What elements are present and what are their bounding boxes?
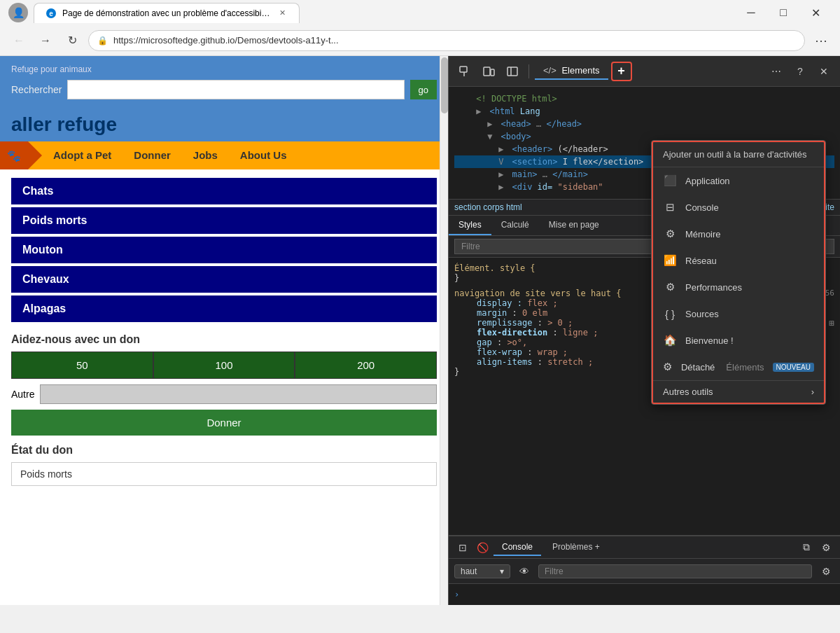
window-controls: ─ □ ✕ xyxy=(735,1,832,24)
nav-item-adopt[interactable]: Adopt a Pet xyxy=(42,141,122,169)
console-icon: ⊟ xyxy=(663,200,677,214)
list-item-chevaux[interactable]: Chevaux xyxy=(11,266,437,293)
more-options-button[interactable]: ⋯ xyxy=(766,62,787,81)
close-devtools-button[interactable]: ✕ xyxy=(813,62,834,81)
tree-line-doctype[interactable]: <! DOCTYPE html> xyxy=(454,92,834,105)
maximize-button[interactable]: □ xyxy=(767,1,799,24)
breadcrumb-section[interactable]: section corps html xyxy=(454,202,522,212)
tools-dropdown[interactable]: Ajouter un outil à la barre d'activités … xyxy=(651,140,826,405)
tool-network[interactable]: 📶 Réseau xyxy=(653,247,824,274)
list-item-mouton[interactable]: Mouton xyxy=(11,237,437,263)
tab-layout[interactable]: Mise en page xyxy=(539,216,609,235)
site-branding: Refuge pour animaux xyxy=(11,64,437,74)
list-item-chats[interactable]: Chats xyxy=(11,178,437,204)
tool-memory-label: Mémoire xyxy=(685,229,721,239)
dropdown-footer[interactable]: Autres outils › xyxy=(653,380,824,403)
search-input[interactable] xyxy=(67,80,404,99)
level-filter[interactable]: haut ▾ xyxy=(454,564,510,578)
undock-button[interactable]: ⧉ xyxy=(798,539,815,556)
scrollbar-thumb[interactable] xyxy=(441,57,448,113)
elements-tab[interactable]: </> Elements xyxy=(535,62,608,80)
list-item-alpagas[interactable]: Alpagas xyxy=(11,295,437,322)
detach-icon: ⚙ xyxy=(663,360,673,374)
refresh-button[interactable]: ↻ xyxy=(62,30,83,51)
bottom-tabs: ⊡ 🚫 Console Problèmes + ⧉ ⚙ xyxy=(449,536,840,559)
inspect-element-button[interactable] xyxy=(454,62,475,81)
donation-50[interactable]: 50 xyxy=(11,352,153,379)
tab-computed[interactable]: Calculé xyxy=(491,216,539,235)
gear-icon[interactable]: ⚙ xyxy=(818,563,834,580)
devtools-panel: </> Elements + ⋯ ? ✕ <! DOCTYPE html> ▶ … xyxy=(448,56,840,605)
tool-application[interactable]: ⬛ Application xyxy=(653,167,824,194)
tree-line-head[interactable]: ▶ <head> … </head> xyxy=(454,118,834,130)
website-panel: Refuge pour animaux Rechercher go aller … xyxy=(0,56,448,605)
sidebar-button[interactable] xyxy=(502,62,523,81)
welcome-icon: 🏠 xyxy=(663,333,677,347)
console-input-area: › xyxy=(449,584,840,605)
donation-other-input[interactable] xyxy=(40,384,437,404)
tool-sources[interactable]: { } Sources xyxy=(653,300,824,327)
device-emulation-button[interactable] xyxy=(478,62,499,81)
tool-perf-label: Performances xyxy=(685,282,742,293)
tree-line-html[interactable]: ▶ <html Lang xyxy=(454,105,834,118)
svg-rect-2 xyxy=(460,67,467,72)
site-nav: 🐾 Adopt a Pet Donner Jobs About Us xyxy=(0,141,448,169)
tab-close-button[interactable]: ✕ xyxy=(276,8,288,19)
tab-console[interactable]: Console xyxy=(493,539,541,556)
browser-tab[interactable]: e Page de démonstration avec un problème… xyxy=(34,3,300,23)
clear-console-button[interactable]: 🚫 xyxy=(474,539,491,556)
performance-icon: ⚙ xyxy=(663,280,677,294)
scrollbar[interactable] xyxy=(440,56,448,605)
new-badge: NOUVEAU xyxy=(773,363,814,372)
browser-more-button[interactable]: ⋯ xyxy=(811,30,832,51)
tool-console[interactable]: ⊟ Console xyxy=(653,194,824,221)
svg-rect-6 xyxy=(507,67,517,76)
lock-icon: 🔒 xyxy=(97,36,108,46)
tab-problems[interactable]: Problèmes + xyxy=(544,539,608,556)
add-tool-button[interactable]: + xyxy=(611,62,632,81)
donation-other-label: Autre xyxy=(11,389,34,400)
nav-item-jobs[interactable]: Jobs xyxy=(182,141,229,169)
tool-memory[interactable]: ⚙ Mémoire xyxy=(653,221,824,247)
site-search: Rechercher go xyxy=(11,80,437,99)
network-icon: 📶 xyxy=(663,253,677,267)
chevron-right-icon: › xyxy=(811,387,814,397)
tool-welcome-label: Bienvenue ! xyxy=(685,335,734,346)
help-button[interactable]: ? xyxy=(790,62,811,81)
tool-detached[interactable]: ⚙ Détaché Éléments NOUVEAU xyxy=(653,354,824,380)
tab-styles[interactable]: Styles xyxy=(449,216,491,235)
console-filter-input[interactable]: Filtre xyxy=(538,564,812,578)
tool-welcome[interactable]: 🏠 Bienvenue ! xyxy=(653,327,824,354)
elements-tab-text: Elements xyxy=(561,65,599,76)
bottom-right-controls: ⧉ ⚙ xyxy=(798,539,834,556)
url-bar[interactable]: 🔒 https://microsoftedge.github.io/Demos/… xyxy=(88,30,805,51)
address-bar: ← → ↻ 🔒 https://microsoftedge.github.io/… xyxy=(0,25,840,56)
search-label: Rechercher xyxy=(11,84,62,95)
url-text: https://microsoftedge.github.io/Demos/de… xyxy=(113,35,796,46)
donation-other: Autre xyxy=(11,384,437,404)
nav-item-about[interactable]: About Us xyxy=(229,141,298,169)
back-button[interactable]: ← xyxy=(8,30,29,51)
site-content: Chats Poids morts Mouton Chevaux Alpagas… xyxy=(0,169,448,494)
profile-avatar[interactable]: 👤 xyxy=(8,3,28,22)
search-button[interactable]: go xyxy=(410,80,437,99)
tab-title: Page de démonstration avec un problème d… xyxy=(62,8,271,18)
settings-icon[interactable]: ⚙ xyxy=(818,539,834,556)
devtools-more: ⋯ ? ✕ xyxy=(766,62,834,81)
minimize-button[interactable]: ─ xyxy=(735,1,767,24)
tools-dropdown-inner: Ajouter un outil à la barre d'activités … xyxy=(652,141,825,404)
close-button[interactable]: ✕ xyxy=(799,1,832,24)
donation-200[interactable]: 200 xyxy=(295,352,437,379)
dock-button[interactable]: ⊡ xyxy=(454,539,471,556)
nav-item-donner[interactable]: Donner xyxy=(122,141,182,169)
forward-button[interactable]: → xyxy=(35,30,56,51)
tool-performances[interactable]: ⚙ Performances xyxy=(653,274,824,300)
donation-button[interactable]: Donner xyxy=(11,410,437,436)
list-item-poids[interactable]: Poids morts xyxy=(11,207,437,234)
tool-detach-sublabel: Éléments xyxy=(726,362,764,373)
sources-icon: { } xyxy=(663,307,677,321)
bottom-toolbar: haut ▾ 👁 Filtre ⚙ xyxy=(449,559,840,584)
nav-arrow xyxy=(28,141,42,169)
eye-button[interactable]: 👁 xyxy=(516,563,533,580)
donation-100[interactable]: 100 xyxy=(153,352,295,379)
